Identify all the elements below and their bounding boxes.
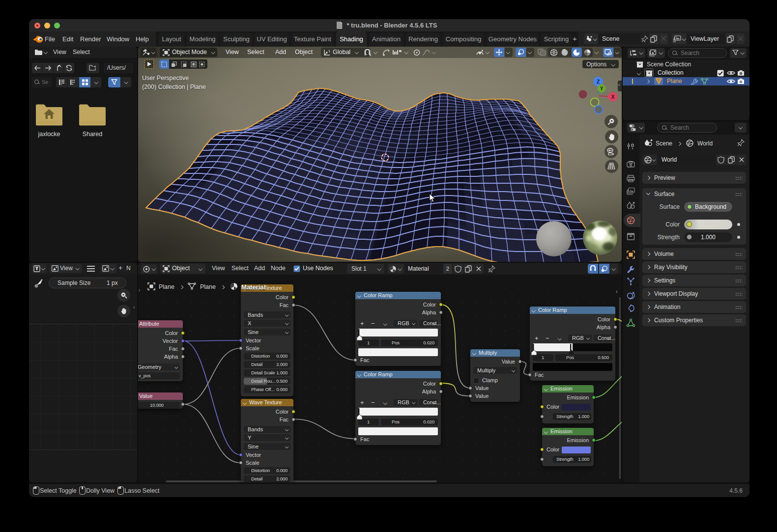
svg-text:X: X: [611, 94, 614, 100]
svg-text:Y: Y: [600, 86, 604, 91]
svg-text:Z: Z: [597, 79, 600, 84]
